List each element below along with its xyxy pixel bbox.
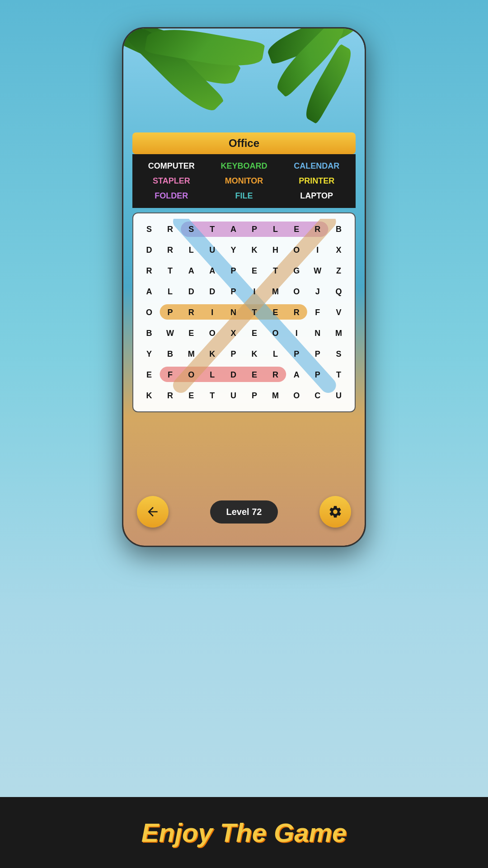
cell-3-6: M bbox=[265, 281, 286, 302]
cell-1-5: K bbox=[244, 240, 265, 260]
cell-8-5: P bbox=[244, 385, 265, 406]
cell-0-4: A bbox=[223, 219, 244, 240]
cell-5-2: E bbox=[181, 323, 202, 344]
cell-2-9: Z bbox=[328, 260, 349, 281]
bottom-bar: Level 72 bbox=[123, 496, 365, 528]
cell-0-9: B bbox=[328, 219, 349, 240]
cell-7-0: E bbox=[139, 364, 160, 385]
cell-7-3: L bbox=[202, 364, 223, 385]
cell-2-6: T bbox=[265, 260, 286, 281]
word-stapler: STAPLER bbox=[137, 175, 206, 188]
cell-4-3: I bbox=[202, 302, 223, 323]
cell-6-4: P bbox=[223, 344, 244, 364]
cell-4-2: R bbox=[181, 302, 202, 323]
word-folder: FOLDER bbox=[137, 189, 206, 203]
cell-7-6: R bbox=[265, 364, 286, 385]
cell-1-4: Y bbox=[223, 240, 244, 260]
word-laptop: LAPTOP bbox=[282, 189, 351, 203]
cell-0-5: P bbox=[244, 219, 265, 240]
cell-1-1: R bbox=[160, 240, 181, 260]
cell-7-9: T bbox=[328, 364, 349, 385]
enjoy-bar: Enjoy The Game bbox=[0, 797, 488, 868]
settings-icon bbox=[328, 505, 343, 519]
cell-3-8: J bbox=[307, 281, 328, 302]
category-banner: Office bbox=[132, 132, 356, 154]
cell-6-0: Y bbox=[139, 344, 160, 364]
cell-4-9: V bbox=[328, 302, 349, 323]
cell-2-4: P bbox=[223, 260, 244, 281]
word-keyboard: KEYBOARD bbox=[210, 160, 279, 173]
cell-2-8: W bbox=[307, 260, 328, 281]
cell-0-0: S bbox=[139, 219, 160, 240]
cell-6-9: S bbox=[328, 344, 349, 364]
cell-4-6: E bbox=[265, 302, 286, 323]
cell-4-1: P bbox=[160, 302, 181, 323]
word-computer: COMPUTER bbox=[137, 160, 206, 173]
cell-3-7: O bbox=[286, 281, 307, 302]
cell-4-8: F bbox=[307, 302, 328, 323]
cell-1-2: L bbox=[181, 240, 202, 260]
cell-4-4: N bbox=[223, 302, 244, 323]
cell-8-4: U bbox=[223, 385, 244, 406]
word-list: COMPUTER KEYBOARD CALENDAR STAPLER MONIT… bbox=[132, 154, 356, 208]
level-badge: Level 72 bbox=[210, 500, 278, 524]
cell-2-5: E bbox=[244, 260, 265, 281]
cell-3-0: A bbox=[139, 281, 160, 302]
cell-0-1: R bbox=[160, 219, 181, 240]
cell-7-8: P bbox=[307, 364, 328, 385]
cell-6-8: P bbox=[307, 344, 328, 364]
cell-5-8: N bbox=[307, 323, 328, 344]
cell-3-1: L bbox=[160, 281, 181, 302]
cell-4-5: T bbox=[244, 302, 265, 323]
cell-1-0: D bbox=[139, 240, 160, 260]
cell-0-7: E bbox=[286, 219, 307, 240]
cell-1-6: H bbox=[265, 240, 286, 260]
cell-5-1: W bbox=[160, 323, 181, 344]
cell-5-9: M bbox=[328, 323, 349, 344]
cell-5-5: E bbox=[244, 323, 265, 344]
word-calendar: CALENDAR bbox=[282, 160, 351, 173]
cell-2-3: A bbox=[202, 260, 223, 281]
cell-0-8: R bbox=[307, 219, 328, 240]
cell-1-3: U bbox=[202, 240, 223, 260]
word-printer: PRINTER bbox=[282, 175, 351, 188]
cell-6-6: L bbox=[265, 344, 286, 364]
cell-4-0: O bbox=[139, 302, 160, 323]
cell-7-2: O bbox=[181, 364, 202, 385]
cell-3-3: D bbox=[202, 281, 223, 302]
cell-8-9: U bbox=[328, 385, 349, 406]
cell-8-0: K bbox=[139, 385, 160, 406]
back-button[interactable] bbox=[137, 496, 169, 528]
cell-7-5: E bbox=[244, 364, 265, 385]
cell-7-1: F bbox=[160, 364, 181, 385]
cell-6-7: P bbox=[286, 344, 307, 364]
enjoy-text: Enjoy The Game bbox=[141, 818, 347, 847]
cell-2-7: G bbox=[286, 260, 307, 281]
cell-6-2: M bbox=[181, 344, 202, 364]
cell-8-6: M bbox=[265, 385, 286, 406]
cell-8-8: C bbox=[307, 385, 328, 406]
cell-1-7: O bbox=[286, 240, 307, 260]
phone-screen: Office COMPUTER KEYBOARD CALENDAR STAPLE… bbox=[123, 28, 365, 546]
cell-8-2: E bbox=[181, 385, 202, 406]
cell-5-3: O bbox=[202, 323, 223, 344]
cell-7-7: A bbox=[286, 364, 307, 385]
game-content: Office COMPUTER KEYBOARD CALENDAR STAPLE… bbox=[132, 132, 356, 412]
cell-7-4: D bbox=[223, 364, 244, 385]
cell-5-6: O bbox=[265, 323, 286, 344]
grid-container: S R S T A P L E R B D R L U Y K bbox=[132, 212, 356, 412]
phone-container: Office COMPUTER KEYBOARD CALENDAR STAPLE… bbox=[122, 27, 366, 547]
settings-button[interactable] bbox=[319, 496, 351, 528]
back-icon bbox=[145, 505, 160, 519]
cell-1-9: X bbox=[328, 240, 349, 260]
word-grid: S R S T A P L E R B D R L U Y K bbox=[139, 219, 349, 406]
cell-3-5: I bbox=[244, 281, 265, 302]
cell-5-4: X bbox=[223, 323, 244, 344]
cell-6-1: B bbox=[160, 344, 181, 364]
cell-2-1: T bbox=[160, 260, 181, 281]
cell-5-7: I bbox=[286, 323, 307, 344]
cell-0-2: S bbox=[181, 219, 202, 240]
cell-4-7: R bbox=[286, 302, 307, 323]
palm-top bbox=[123, 28, 365, 146]
cell-0-3: T bbox=[202, 219, 223, 240]
